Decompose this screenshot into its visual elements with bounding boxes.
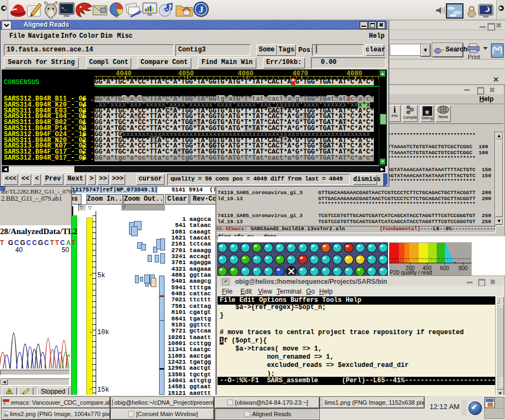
svg-text:600: 600 [440,265,449,271]
svg-text:J: J [199,4,204,15]
svg-text:P20 quality / read: P20 quality / read [390,270,432,276]
svg-text:>_: >_ [61,6,67,11]
svg-text:e: e [3,401,6,406]
svg-text:800: 800 [459,265,468,271]
